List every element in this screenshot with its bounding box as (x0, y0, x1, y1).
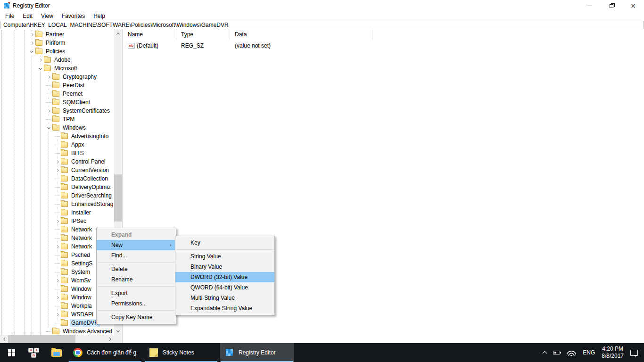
tree-chevron-icon[interactable] (54, 218, 60, 224)
tree-chevron-icon[interactable] (54, 175, 60, 182)
tree-item[interactable]: TPM (0, 115, 114, 123)
network-status-button[interactable] (563, 343, 579, 362)
taskbar-app-button[interactable]: Sticky Notes (144, 343, 218, 362)
action-center-button[interactable] (627, 343, 644, 362)
tree-item[interactable]: Control Panel (0, 157, 114, 166)
column-header-type[interactable]: Type (176, 29, 230, 40)
menu-bar-item[interactable]: Help (89, 12, 109, 20)
submenu-item[interactable]: DWORD (32-bit) Value (175, 272, 274, 282)
submenu-item[interactable]: Multi-String Value (175, 293, 274, 303)
tree-chevron-icon[interactable] (54, 286, 60, 292)
submenu-item[interactable]: QWORD (64-bit) Value (175, 282, 274, 293)
tree-chevron-icon[interactable] (54, 167, 60, 173)
tree-item[interactable]: IPSec (0, 217, 114, 225)
file-explorer-button[interactable] (45, 343, 68, 362)
tree-item[interactable]: Windows (0, 123, 114, 132)
tree-item[interactable]: Cryptography (0, 73, 114, 81)
submenu-item[interactable] (176, 249, 273, 250)
tree-chevron-icon[interactable] (46, 328, 52, 335)
menu-bar-item[interactable]: File (1, 12, 18, 20)
tree-chevron-icon[interactable] (46, 116, 52, 123)
tree-chevron-icon[interactable] (37, 65, 43, 72)
tree-item[interactable]: Installer (0, 208, 114, 217)
tree-item[interactable]: Policies (0, 47, 114, 56)
context-menu-item[interactable]: › (98, 310, 175, 311)
tree-item[interactable]: Appx (0, 140, 114, 149)
tree-chevron-icon[interactable] (46, 124, 52, 131)
tree-chevron-icon[interactable] (54, 294, 60, 301)
tree-chevron-icon[interactable] (54, 158, 60, 165)
context-menu-item[interactable]: › (98, 286, 175, 287)
taskbar-app-button[interactable]: Cách đơn giản để g... (68, 343, 142, 362)
tree-item[interactable]: CurrentVersion (0, 166, 114, 174)
tree-item[interactable]: DriverSearching (0, 191, 114, 200)
context-menu-item[interactable]: › (98, 262, 175, 263)
scroll-left-arrow-icon[interactable] (0, 335, 8, 343)
tree-chevron-icon[interactable] (54, 277, 60, 284)
language-indicator[interactable]: ENG (579, 343, 598, 362)
tree-chevron-icon[interactable] (29, 31, 35, 38)
submenu-item[interactable]: String Value (175, 251, 274, 262)
tree-chevron-icon[interactable] (54, 192, 60, 199)
tree-chevron-icon[interactable] (54, 311, 60, 318)
tree-chevron-icon[interactable] (54, 226, 60, 233)
tree-chevron-icon[interactable] (54, 235, 60, 241)
tree-chevron-icon[interactable] (46, 99, 52, 106)
tree-item[interactable]: Peernet (0, 90, 114, 98)
horizontal-scroll-thumb[interactable] (8, 335, 75, 343)
taskbar-app-button[interactable]: Registry Editor (220, 343, 294, 362)
tree-chevron-icon[interactable] (54, 252, 60, 258)
menu-bar-item[interactable]: Edit (18, 12, 37, 20)
tree-horizontal-scrollbar[interactable] (0, 335, 114, 343)
tree-item[interactable]: DeliveryOptimiz (0, 183, 114, 191)
tree-item[interactable]: Partner (0, 30, 114, 39)
context-menu-item[interactable]: Permissions... › (97, 298, 176, 309)
context-menu-item[interactable]: Find... › (97, 250, 176, 261)
tree-chevron-icon[interactable] (54, 243, 60, 250)
start-button[interactable] (0, 343, 23, 362)
submenu-item[interactable]: Expandable String Value (175, 303, 274, 313)
restore-button[interactable] (601, 0, 622, 11)
tree-chevron-icon[interactable] (29, 48, 35, 55)
tree-item[interactable]: EnhancedStorag (0, 200, 114, 208)
menu-bar-item[interactable]: Favorites (58, 12, 89, 20)
tree-item[interactable]: AdvertisingInfo (0, 132, 114, 140)
context-menu-item[interactable]: Rename › (97, 274, 176, 285)
unikey-taskbar-button[interactable] (23, 343, 45, 362)
tree-item[interactable]: Microsoft (0, 64, 114, 73)
tree-item[interactable]: SystemCertificates (0, 107, 114, 115)
value-row[interactable]: (Default) REG_SZ (value not set) (123, 41, 644, 50)
submenu-item[interactable]: Key (175, 238, 274, 248)
tree-item[interactable]: Piriform (0, 39, 114, 47)
tree-chevron-icon[interactable] (54, 141, 60, 148)
tree-chevron-icon[interactable] (46, 107, 52, 114)
context-menu-item[interactable]: New › (97, 240, 176, 250)
scroll-right-arrow-icon[interactable] (106, 335, 114, 343)
tree-item[interactable]: PeerDist (0, 81, 114, 90)
minimize-button[interactable] (579, 0, 601, 11)
tree-chevron-icon[interactable] (54, 269, 60, 275)
tree-chevron-icon[interactable] (37, 57, 43, 63)
column-header-data[interactable]: Data (230, 29, 372, 40)
scroll-up-arrow-icon[interactable] (114, 29, 122, 37)
column-header-name[interactable]: Name (123, 29, 176, 40)
tree-chevron-icon[interactable] (54, 303, 60, 309)
tree-chevron-icon[interactable] (54, 209, 60, 216)
tree-chevron-icon[interactable] (46, 82, 52, 89)
tree-item[interactable]: BITS (0, 149, 114, 157)
close-button[interactable]: × (622, 0, 644, 11)
vertical-scroll-thumb[interactable] (114, 174, 122, 222)
tree-chevron-icon[interactable] (54, 260, 60, 267)
context-menu-item[interactable]: Delete › (97, 264, 176, 274)
tree-item[interactable]: SQMClient (0, 98, 114, 107)
address-bar[interactable]: Computer\HKEY_LOCAL_MACHINE\SOFTWARE\Pol… (0, 21, 644, 29)
tree-chevron-icon[interactable] (54, 150, 60, 156)
tree-chevron-icon[interactable] (29, 40, 35, 46)
tree-chevron-icon[interactable] (54, 320, 60, 326)
tree-chevron-icon[interactable] (46, 90, 52, 97)
tree-item[interactable]: DataCollection (0, 174, 114, 183)
context-menu-item[interactable]: Export › (97, 288, 176, 298)
context-menu-item[interactable]: Copy Key Name › (97, 312, 176, 322)
scroll-down-arrow-icon[interactable] (114, 327, 122, 335)
tree-chevron-icon[interactable] (54, 184, 60, 190)
